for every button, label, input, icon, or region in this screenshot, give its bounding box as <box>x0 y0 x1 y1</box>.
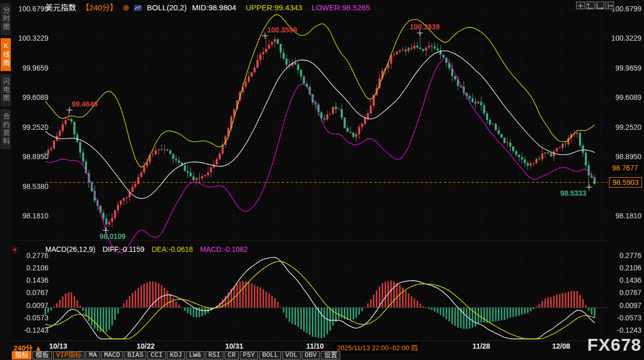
zoom-horizontal-axis-icon[interactable] <box>596 2 604 9</box>
toolbar-button-BIAS[interactable]: BIAS <box>124 351 146 359</box>
macd-label: MACD(26,12,9) <box>45 245 95 253</box>
boll-lower-value: LOWER:98.5265 <box>311 3 370 12</box>
y-axis-tick: 99.9659 <box>610 64 641 72</box>
crosshair-icon[interactable] <box>576 2 585 9</box>
boll-label: BOLL(20,2) <box>147 3 187 12</box>
last-price-tag: 98.5903 <box>609 177 642 187</box>
y-axis-tick: 99.9659 <box>11 64 48 72</box>
sidebar-tab-contract-info[interactable]: 合约资料 <box>1 109 11 149</box>
y-axis-tick: 98.5380 <box>11 182 48 191</box>
y-axis-tick: 0.0767 <box>11 288 48 297</box>
macd-diff-value: DIFF:-0.1159 <box>102 245 144 253</box>
toolbar-button-BOLL[interactable]: BOLL <box>259 351 281 359</box>
y-axis-tick: 100.3229 <box>610 34 641 42</box>
x-axis-label: 12/08 <box>552 342 570 350</box>
y-axis-tick: 98.1810 <box>11 212 48 220</box>
sidebar-tab-timeshare-chart[interactable]: 分时图 <box>1 3 11 35</box>
x-axis-date-highlight: 2025/11/13 22:00~02:00 四 <box>335 342 421 353</box>
y-axis-tick: 98.1810 <box>610 212 641 220</box>
y-axis-tick: 100.3229 <box>11 34 48 42</box>
y-axis-tick: 98.8950 <box>610 152 641 161</box>
y-axis-tick: 99.6089 <box>610 93 641 101</box>
burst-icon <box>11 246 19 255</box>
y-axis-tick: 99.2520 <box>11 123 48 131</box>
x-axis-label: 10/22 <box>136 342 154 350</box>
boll-mid-value: MID:98.9804 <box>192 3 236 12</box>
toolbar-button-VIP指标[interactable]: VIP指标 <box>53 351 84 359</box>
app-window: 分时图K线图闪电图合约资料 美元指数 【240分】 ⊕ BOLL(20,2) M… <box>0 0 644 360</box>
macd-dea-value: DEA:-0.0618 <box>151 245 193 253</box>
mini-chart-icon <box>134 4 142 9</box>
toolbar-button-MA[interactable]: MA <box>85 351 100 359</box>
sidebar: 分时图K线图闪电图合约资料 <box>0 0 11 360</box>
pan-right-icon[interactable] <box>605 2 614 9</box>
boll-upper-value: UPPER:99.4343 <box>246 3 302 12</box>
price-annotation: 98.5333 <box>560 189 586 197</box>
toolbar-button-OBV[interactable]: OBV <box>302 351 320 359</box>
toolbar-button-LW&[interactable]: LW& <box>186 351 204 359</box>
toolbar-button-CR[interactable]: CR <box>224 351 239 359</box>
y-axis-tick: -0.1243 <box>11 326 48 334</box>
macd-header: MACD(26,12,9) DIFF:-0.1159 DEA:-0.0618 M… <box>45 245 253 253</box>
macd-macd-value: MACD:-0.1082 <box>200 245 248 253</box>
price-annotation: 100.3939 <box>410 23 440 31</box>
fx678-logo: FX678 <box>587 335 641 355</box>
y-axis-tick: 0.2106 <box>610 264 641 272</box>
sidebar-tab-kline-chart[interactable]: K线图 <box>1 38 11 71</box>
chart-header: 美元指数 【240分】 ⊕ BOLL(20,2) MID:98.9804 UPP… <box>45 2 373 12</box>
x-axis-label: 11/10 <box>306 342 324 350</box>
zoom-vertical-axis-icon[interactable] <box>586 2 595 9</box>
y-axis-tick: -0.0573 <box>11 314 48 322</box>
y-axis-tick: 0.0767 <box>610 288 641 297</box>
indicator-toolbar: 指标模板VIP指标MAMACDBIASCCIKDJLW&RSICRPSYBOLL… <box>12 351 341 360</box>
toolbar-button-设置[interactable]: 设置 <box>321 351 340 359</box>
y-axis-tick: 100.6799 <box>610 5 641 13</box>
y-axis-tick: -0.0573 <box>610 314 641 322</box>
price-annotation: 100.3599 <box>267 26 297 34</box>
add-icon[interactable]: ⊕ <box>123 3 129 12</box>
y-axis-tick: 0.1436 <box>610 276 641 284</box>
price-annotation: 98.0109 <box>99 232 126 241</box>
y-axis-tick: 0.2776 <box>610 251 641 260</box>
y-axis-tick: -0.1243 <box>610 326 641 334</box>
price-annotation: 99.4649 <box>72 100 98 108</box>
toolbar-button-模板[interactable]: 模板 <box>32 351 52 359</box>
y-axis-tick: 100.6799 <box>11 5 48 13</box>
y-axis-tick: 0.0097 <box>11 301 48 310</box>
y-axis-tick: 0.1436 <box>11 276 48 284</box>
x-axis-label: 10/31 <box>225 342 243 350</box>
x-axis-label: 11/28 <box>473 342 490 350</box>
toolbar-button-指标[interactable]: 指标 <box>12 351 31 359</box>
reference-price-tag: 98.7677 <box>609 163 641 173</box>
chart-toolbar-icons <box>575 2 614 11</box>
x-axis-label: 10/13 <box>49 342 67 350</box>
toolbar-button-VOL[interactable]: VOL <box>282 351 300 359</box>
toolbar-button-MACD[interactable]: MACD <box>101 351 123 359</box>
chart-canvas[interactable] <box>0 0 644 360</box>
toolbar-button-CCI[interactable]: CCI <box>147 351 165 359</box>
instrument-name: 美元指数 <box>45 3 76 12</box>
y-axis-tick: 99.2520 <box>610 123 641 131</box>
y-axis-tick: 0.0097 <box>610 301 641 310</box>
y-axis-tick: 99.6089 <box>11 93 48 101</box>
toolbar-button-KDJ[interactable]: KDJ <box>167 351 185 359</box>
y-axis-tick: 98.8950 <box>11 152 48 161</box>
toolbar-button-RSI[interactable]: RSI <box>205 351 223 359</box>
toolbar-button-PSY[interactable]: PSY <box>240 351 258 359</box>
period-label: 【240分】 <box>81 3 117 12</box>
y-axis-tick: 0.2106 <box>11 264 48 272</box>
sidebar-tab-flash-chart[interactable]: 闪电图 <box>1 74 11 106</box>
